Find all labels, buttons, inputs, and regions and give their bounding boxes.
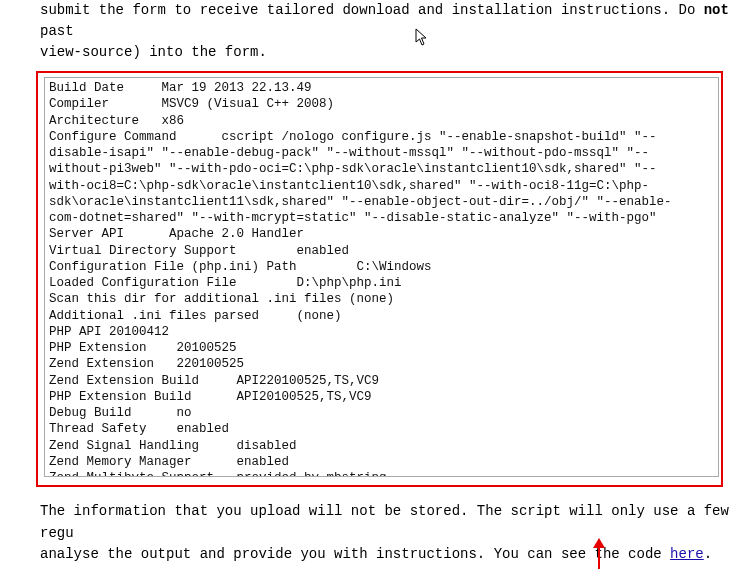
code-here-link[interactable]: here bbox=[670, 546, 704, 562]
after-line1: The information that you upload will not… bbox=[40, 503, 729, 541]
intro-part1: submit the form to receive tailored down… bbox=[40, 2, 704, 18]
after-text: The information that you upload will not… bbox=[0, 493, 739, 569]
textarea-highlight-frame bbox=[36, 71, 723, 487]
after-line2-p2: . bbox=[704, 546, 712, 562]
intro-text: submit the form to receive tailored down… bbox=[0, 0, 739, 69]
phpinfo-textarea[interactable] bbox=[44, 77, 719, 477]
after-line2-p1: analyse the output and provide you with … bbox=[40, 546, 670, 562]
intro-line2: view-source) into the form. bbox=[40, 44, 267, 60]
intro-part2: past bbox=[40, 23, 74, 39]
intro-bold: not bbox=[704, 2, 729, 18]
arrow-up-icon bbox=[589, 538, 609, 569]
svg-marker-1 bbox=[593, 538, 605, 548]
